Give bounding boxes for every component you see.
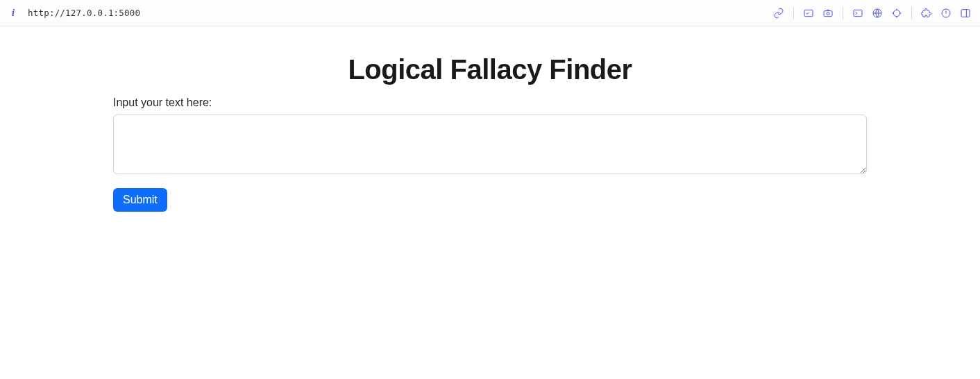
globe-icon[interactable] [871, 7, 884, 19]
page-title: Logical Fallacy Finder [113, 54, 867, 85]
svg-rect-1 [824, 10, 832, 16]
toolbar-divider [911, 7, 912, 19]
info-icon[interactable]: i [8, 8, 18, 19]
url-display: http://127.0.0.1:5000 [28, 8, 140, 18]
svg-point-2 [827, 12, 829, 15]
toolbar-divider [843, 7, 843, 19]
browser-toolbar-right [772, 7, 972, 19]
toolbar-divider [793, 7, 794, 19]
sidebar-toggle-icon[interactable] [959, 7, 972, 19]
privacy-icon[interactable] [940, 7, 952, 19]
inbox-icon[interactable] [802, 7, 815, 19]
svg-point-5 [893, 10, 899, 16]
camera-icon[interactable] [822, 7, 834, 19]
fallacy-form: Input your text here: Submit [113, 96, 867, 212]
submit-button[interactable]: Submit [113, 188, 167, 212]
terminal-icon[interactable] [852, 7, 864, 19]
input-label: Input your text here: [113, 96, 867, 109]
crosshair-icon[interactable] [890, 7, 903, 19]
svg-rect-7 [961, 9, 970, 17]
link-icon[interactable] [772, 7, 785, 19]
svg-rect-3 [854, 10, 862, 16]
main-container: Logical Fallacy Finder Input your text h… [105, 54, 875, 212]
browser-toolbar: i http://127.0.0.1:5000 [0, 0, 980, 26]
extension-icon[interactable] [920, 7, 933, 19]
text-input[interactable] [113, 115, 867, 174]
browser-toolbar-left: i http://127.0.0.1:5000 [8, 8, 140, 19]
